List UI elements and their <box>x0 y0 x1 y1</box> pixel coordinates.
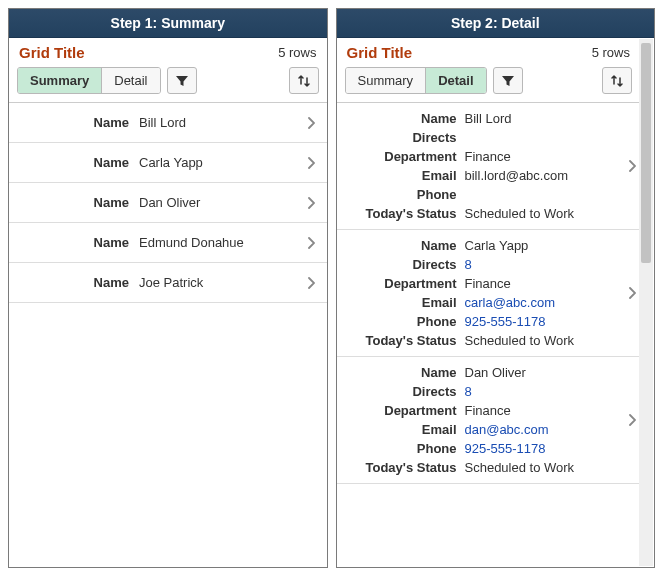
scrollbar-thumb[interactable] <box>641 43 651 263</box>
field-value-phone[interactable]: 925-555-1178 <box>465 314 627 329</box>
field-label-status: Today's Status <box>337 206 465 221</box>
tab-summary[interactable]: Summary <box>18 68 101 93</box>
field-value-email: bill.lord@abc.com <box>465 168 627 183</box>
chevron-right-icon <box>305 157 317 169</box>
field: Emailbill.lord@abc.com <box>337 166 627 185</box>
field: Emaildan@abc.com <box>337 420 627 439</box>
field-value-department: Finance <box>465 403 627 418</box>
field-label-department: Department <box>337 403 465 418</box>
field-value-name: Bill Lord <box>465 111 627 126</box>
list-item[interactable]: NameJoe Patrick <box>9 263 327 303</box>
field: DepartmentFinance <box>337 147 627 166</box>
field: Directs <box>337 128 627 147</box>
detail-fields: NameCarla YappDirects8DepartmentFinanceE… <box>337 236 627 350</box>
field-value-status: Scheduled to Work <box>465 206 627 221</box>
sort-icon <box>610 74 624 88</box>
field-value-name: Edmund Donahue <box>139 235 305 250</box>
summary-list: NameBill LordNameCarla YappNameDan Olive… <box>9 103 327 567</box>
field-label-phone: Phone <box>337 187 465 202</box>
field: DepartmentFinance <box>337 401 627 420</box>
filter-icon <box>175 74 189 88</box>
list-item[interactable]: NameBill LordDirectsDepartmentFinanceEma… <box>337 103 641 230</box>
chevron-right-icon <box>305 237 317 249</box>
detail-fields: NameBill LordDirectsDepartmentFinanceEma… <box>337 109 627 223</box>
list-item[interactable]: NameBill Lord <box>9 103 327 143</box>
field-label-email: Email <box>337 422 465 437</box>
list-item[interactable]: NameDan OliverDirects8DepartmentFinanceE… <box>337 357 641 484</box>
panel-detail-header: Step 2: Detail <box>337 9 655 38</box>
chevron-right-icon <box>305 277 317 289</box>
field-value-name: Dan Oliver <box>465 365 627 380</box>
field-value-status: Scheduled to Work <box>465 333 627 348</box>
tab-detail[interactable]: Detail <box>101 68 159 93</box>
grid-title: Grid Title <box>347 44 413 61</box>
field: Phone925-555-1178 <box>337 439 627 458</box>
field-label-phone: Phone <box>337 314 465 329</box>
field-value-name: Bill Lord <box>139 115 305 130</box>
tab-detail[interactable]: Detail <box>425 68 485 93</box>
field-label-email: Email <box>337 295 465 310</box>
toolbar: Summary Detail <box>337 63 641 103</box>
sort-button[interactable] <box>602 67 632 94</box>
field-label-department: Department <box>337 149 465 164</box>
view-toggle: Summary Detail <box>17 67 161 94</box>
field-value-directs[interactable]: 8 <box>465 384 627 399</box>
row-count: 5 rows <box>278 45 316 60</box>
tab-summary[interactable]: Summary <box>346 68 426 93</box>
chevron-right-icon <box>305 197 317 209</box>
field-label-name: Name <box>19 115 139 130</box>
field-value-name: Joe Patrick <box>139 275 305 290</box>
row-count: 5 rows <box>592 45 630 60</box>
field-label-name: Name <box>19 235 139 250</box>
field-label-directs: Directs <box>337 130 465 145</box>
filter-button[interactable] <box>493 67 523 94</box>
chevron-right-icon <box>626 414 638 426</box>
field: NameDan Oliver <box>337 363 627 382</box>
field: Phone <box>337 185 627 204</box>
list-item[interactable]: NameDan Oliver <box>9 183 327 223</box>
field-value-department: Finance <box>465 276 627 291</box>
field-value-phone[interactable]: 925-555-1178 <box>465 441 627 456</box>
field: DepartmentFinance <box>337 274 627 293</box>
panel-summary: Step 1: Summary Grid Title 5 rows Summar… <box>8 8 328 568</box>
field: Phone925-555-1178 <box>337 312 627 331</box>
list-item[interactable]: NameCarla YappDirects8DepartmentFinanceE… <box>337 230 641 357</box>
detail-list: NameBill LordDirectsDepartmentFinanceEma… <box>337 103 641 567</box>
toolbar: Summary Detail <box>9 63 327 103</box>
field: Today's StatusScheduled to Work <box>337 204 627 223</box>
scrollbar[interactable] <box>639 39 653 566</box>
filter-icon <box>501 74 515 88</box>
field-label-department: Department <box>337 276 465 291</box>
field: NameCarla Yapp <box>337 236 627 255</box>
chevron-right-icon <box>626 160 638 172</box>
field-label-status: Today's Status <box>337 460 465 475</box>
field-label-directs: Directs <box>337 384 465 399</box>
field-value-email[interactable]: dan@abc.com <box>465 422 627 437</box>
field: Today's StatusScheduled to Work <box>337 458 627 477</box>
field-label-directs: Directs <box>337 257 465 272</box>
field-label-name: Name <box>19 275 139 290</box>
field-value-name: Carla Yapp <box>139 155 305 170</box>
panel-detail: Step 2: Detail Grid Title 5 rows Summary… <box>336 8 656 568</box>
field-value-status: Scheduled to Work <box>465 460 627 475</box>
filter-button[interactable] <box>167 67 197 94</box>
subheader: Grid Title 5 rows <box>337 38 641 63</box>
chevron-right-icon <box>305 117 317 129</box>
list-item[interactable]: NameCarla Yapp <box>9 143 327 183</box>
field-label-name: Name <box>19 195 139 210</box>
field-value-directs[interactable]: 8 <box>465 257 627 272</box>
field: Directs8 <box>337 382 627 401</box>
grid-title: Grid Title <box>19 44 85 61</box>
field-label-name: Name <box>337 238 465 253</box>
field: Today's StatusScheduled to Work <box>337 331 627 350</box>
field-value-email[interactable]: carla@abc.com <box>465 295 627 310</box>
field: Directs8 <box>337 255 627 274</box>
chevron-right-icon <box>626 287 638 299</box>
field-label-name: Name <box>337 365 465 380</box>
field: Emailcarla@abc.com <box>337 293 627 312</box>
list-item[interactable]: NameEdmund Donahue <box>9 223 327 263</box>
detail-fields: NameDan OliverDirects8DepartmentFinanceE… <box>337 363 627 477</box>
subheader: Grid Title 5 rows <box>9 38 327 63</box>
field-label-email: Email <box>337 168 465 183</box>
sort-button[interactable] <box>289 67 319 94</box>
